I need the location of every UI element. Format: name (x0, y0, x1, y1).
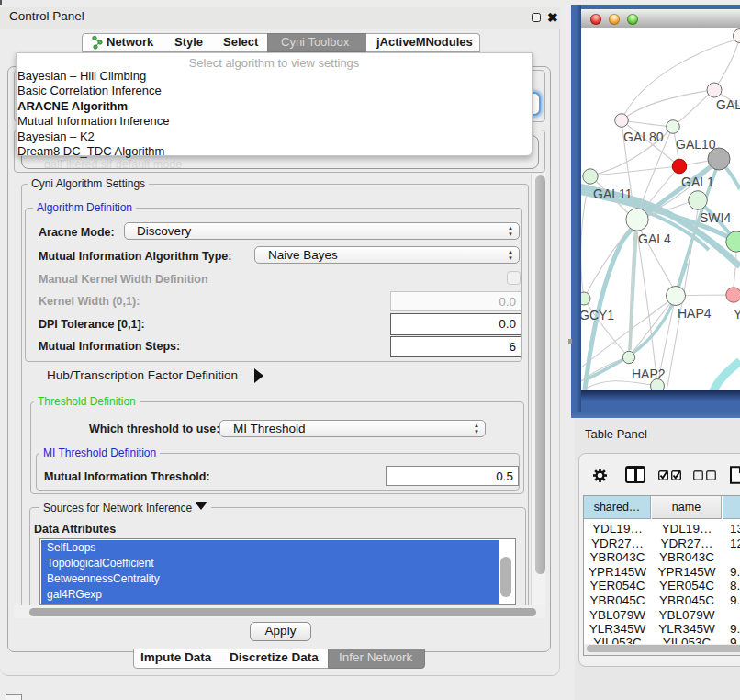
svg-text:GAL1: GAL1 (681, 175, 714, 189)
svg-text:GCY1: GCY1 (581, 308, 614, 322)
svg-text:HAP4: HAP4 (678, 306, 712, 321)
svg-text:GAL7: GAL7 (716, 97, 740, 112)
svg-text:YM: YM (734, 307, 740, 322)
svg-text:GAL4: GAL4 (638, 231, 671, 246)
svg-text:SWI4: SWI4 (700, 210, 731, 225)
svg-text:GAL10: GAL10 (676, 137, 716, 152)
svg-text:GAL80: GAL80 (623, 130, 664, 144)
svg-text:HAP2: HAP2 (632, 367, 666, 381)
svg-text:GAL11: GAL11 (593, 186, 633, 201)
